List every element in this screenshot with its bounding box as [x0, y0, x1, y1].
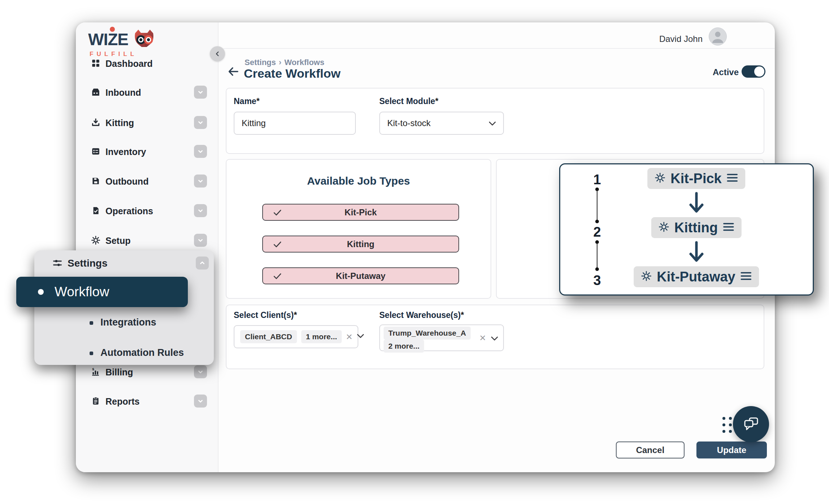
client-chip[interactable]: Client_ABCD: [240, 330, 297, 343]
billing-icon: $: [91, 367, 100, 376]
sidebar-item-inbound[interactable]: Inbound: [76, 84, 219, 100]
sidebar-item-inventory[interactable]: Inventory: [76, 143, 219, 159]
breadcrumb[interactable]: Settings›Workflows: [245, 58, 324, 67]
clear-icon[interactable]: ×: [479, 332, 486, 343]
billing-expand-button[interactable]: [194, 365, 207, 378]
back-button[interactable]: [227, 65, 240, 78]
drag-handle-icon[interactable]: [727, 173, 738, 184]
operations-expand-button[interactable]: [194, 204, 207, 217]
inbound-expand-button[interactable]: [194, 86, 207, 99]
inventory-expand-button[interactable]: [194, 145, 207, 158]
name-label: Name: [234, 96, 256, 106]
drag-handle-icon[interactable]: [741, 271, 752, 282]
active-toggle[interactable]: [742, 65, 765, 78]
name-input[interactable]: Kitting: [234, 112, 356, 135]
sidebar-item-setup[interactable]: Setup: [76, 232, 219, 248]
workflow-label: Workflow: [55, 284, 109, 300]
clear-icon[interactable]: ×: [346, 331, 353, 342]
arrow-down-icon: [687, 192, 705, 217]
integrations-bullet-icon: [90, 321, 93, 325]
operations-icon: [91, 206, 100, 215]
sidebar-item-automation-rules[interactable]: Automation Rules: [100, 347, 184, 358]
sidebar-item-kitting[interactable]: Kitting: [76, 115, 219, 130]
job-types-card: Available Job Types Kit-Pick Kitting Kit…: [226, 159, 491, 299]
cancel-button[interactable]: Cancel: [616, 441, 685, 458]
sidebar-item-reports[interactable]: Reports: [76, 393, 219, 409]
sidebar-collapse-button[interactable]: [210, 46, 225, 61]
name-value: Kitting: [242, 118, 266, 128]
job-type-label: Kit-Pick: [263, 204, 458, 220]
scope-form-card: Select Client(s)* Client_ABCD 1 more... …: [226, 305, 764, 369]
job-type-kit-putaway[interactable]: Kit-Putaway: [262, 267, 459, 284]
warehouse-more-chip[interactable]: 2 more...: [384, 340, 424, 353]
outbound-icon: [91, 176, 100, 186]
sidebar-item-label: Reports: [105, 396, 139, 407]
warehouses-label: Select Warehouse(s): [379, 310, 461, 320]
screen: WIZE FULFILL: [0, 0, 829, 504]
sidebar-item-workflow-selected[interactable]: Workflow: [16, 277, 188, 307]
sequence-step-label: Kit-Putaway: [657, 269, 735, 285]
breadcrumb-settings[interactable]: Settings: [245, 58, 276, 67]
settings-submenu-panel: Settings Integrations Automation Rules: [34, 250, 214, 365]
gear-icon: [655, 172, 665, 185]
bullet-dot-icon: [38, 289, 44, 295]
settings-group-label[interactable]: Settings: [68, 258, 107, 269]
chevron-down-icon[interactable]: [491, 336, 498, 343]
sequence-step-kit-putaway[interactable]: Kit-Putaway: [634, 266, 759, 287]
outbound-expand-button[interactable]: [194, 175, 207, 188]
sequence-step-label: Kitting: [674, 220, 718, 236]
setup-expand-button[interactable]: [194, 234, 207, 247]
chevron-down-icon: [489, 118, 496, 128]
warehouses-multiselect[interactable]: Trump_Warehouse_A 2 more... ×: [379, 324, 504, 351]
module-required-mark: *: [435, 96, 439, 106]
timeline-dot: [595, 220, 599, 223]
toggle-knob: [754, 66, 764, 77]
chat-fab-button[interactable]: [733, 406, 769, 442]
sequence-step-kit-pick[interactable]: Kit-Pick: [647, 168, 745, 189]
sidebar-item-integrations[interactable]: Integrations: [100, 317, 156, 328]
job-types-title: Available Job Types: [226, 175, 491, 187]
timeline-line: [597, 190, 597, 221]
sequence-step-kitting[interactable]: Kitting: [651, 217, 742, 238]
setup-icon: [91, 236, 100, 245]
brand-dot-icon: [110, 27, 115, 32]
clients-multiselect[interactable]: Client_ABCD 1 more... ×: [234, 325, 358, 348]
avatar[interactable]: [709, 27, 727, 46]
sidebar-item-label: Operations: [105, 206, 153, 216]
reports-icon: [91, 396, 100, 406]
sliders-icon: [52, 258, 62, 268]
clients-label: Select Client(s): [234, 310, 294, 320]
settings-collapse-button[interactable]: [196, 257, 209, 270]
automation-rules-bullet-icon: [90, 352, 93, 355]
sidebar-item-dashboard[interactable]: Dashboard: [76, 55, 219, 71]
breadcrumb-workflows[interactable]: Workflows: [284, 58, 324, 67]
module-value: Kit-to-stock: [387, 118, 431, 128]
sidebar-item-label: Dashboard: [105, 59, 153, 69]
kitting-expand-button[interactable]: [194, 116, 207, 129]
chevron-down-icon[interactable]: [357, 333, 364, 340]
job-type-kitting[interactable]: Kitting: [262, 236, 459, 253]
client-more-chip[interactable]: 1 more...: [301, 330, 342, 343]
drag-handle-dots-icon[interactable]: [722, 417, 732, 433]
user-name[interactable]: David John: [638, 34, 703, 44]
sidebar-item-label: Outbound: [105, 176, 148, 187]
workflow-sequence-overlay: 1 2 3 Kit-Pick Kitting Kit-Putaway: [559, 163, 814, 296]
name-required-mark: *: [256, 96, 260, 106]
inbound-icon: [91, 87, 100, 97]
sidebar-item-label: Setup: [105, 236, 130, 246]
inventory-icon: [91, 147, 100, 156]
svg-text:$: $: [92, 367, 94, 371]
update-button[interactable]: Update: [696, 441, 767, 458]
drag-handle-icon[interactable]: [723, 222, 734, 233]
sidebar-item-billing[interactable]: $ Billing: [76, 364, 219, 380]
module-select[interactable]: Kit-to-stock: [379, 112, 504, 135]
job-type-kit-pick[interactable]: Kit-Pick: [262, 204, 459, 221]
sidebar-item-operations[interactable]: Operations: [76, 203, 219, 219]
reports-expand-button[interactable]: [194, 395, 207, 408]
sidebar-item-outbound[interactable]: Outbound: [76, 173, 219, 189]
gear-icon: [659, 221, 669, 234]
warehouse-chip[interactable]: Trump_Warehouse_A: [384, 327, 471, 340]
workflow-form-card: Name* Kitting Select Module* Kit-to-stoc…: [226, 88, 764, 154]
kitting-icon: [91, 118, 100, 127]
gear-icon: [641, 271, 652, 283]
